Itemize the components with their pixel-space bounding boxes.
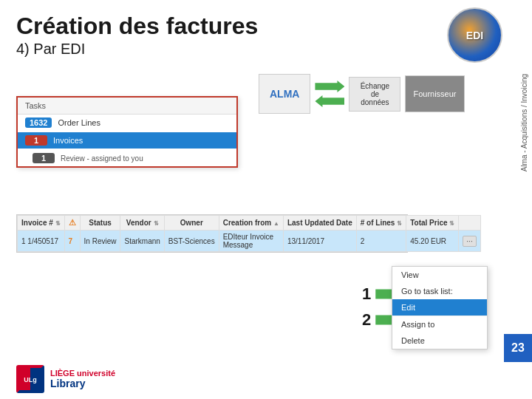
task-label-review: Review - assigned to you (61, 154, 143, 163)
col-owner: Owner (164, 216, 219, 231)
alma-box: ALMA (259, 74, 310, 114)
cell-warning: 7 (64, 231, 80, 252)
fournisseur-box: Fournisseur (405, 75, 464, 112)
cell-total-price: 45.20 EUR (406, 231, 459, 252)
arrow-right-icon (315, 81, 344, 92)
task-order-lines[interactable]: 1632 Order Lines (18, 115, 236, 131)
arrow-left-icon (315, 95, 344, 107)
logo-library: Library (50, 378, 115, 389)
cell-lines: 2 (356, 231, 406, 252)
ctx-goto-task[interactable]: Go to task list: (392, 283, 487, 299)
cell-status: In Review (80, 231, 120, 252)
page-number: 23 (511, 341, 525, 355)
cell-vendor: Starkmann (120, 231, 164, 252)
task-label-order-lines: Order Lines (58, 118, 100, 127)
edi-diagram: ALMA Échangededonnées Fournisseur (259, 74, 465, 114)
cell-invoice-num: 1 1/450517 (18, 231, 65, 252)
col-total-price[interactable]: Total Price ⇅ (406, 216, 459, 231)
svg-text:ULg: ULg (24, 376, 37, 383)
callout-num-1: 1 (362, 284, 371, 304)
task-review[interactable]: 1 Review - assigned to you (18, 150, 236, 166)
col-lines[interactable]: # of Lines ⇅ (356, 216, 406, 231)
more-button[interactable]: ··· (463, 236, 476, 247)
title-sub: 4) Par EDI (16, 41, 258, 58)
task-invoices[interactable]: 1 Invoices (18, 132, 236, 149)
col-creation[interactable]: Creation from ▲ (219, 216, 283, 231)
ctx-edit[interactable]: Edit (392, 299, 487, 316)
task-badge-invoices: 1 (25, 135, 47, 146)
col-vendor[interactable]: Vendor ⇅ (120, 216, 164, 231)
edi-logo: EDI (447, 7, 502, 63)
arrows-col (315, 81, 344, 107)
task-label-invoices: Invoices (53, 136, 83, 145)
cell-owner: BST-Sciences (164, 231, 219, 252)
page-badge: 23 (504, 334, 532, 362)
task-badge-order-lines: 1632 (25, 117, 52, 128)
tasks-panel: Tasks 1632 Order Lines 1 Invoices 1 Revi… (16, 96, 238, 168)
task-badge-review: 1 (33, 153, 55, 163)
invoice-table: Invoice # ⇅ ⚠ Status Vendor ⇅ Owner Crea… (17, 215, 481, 252)
title-main: Création des factures (16, 13, 258, 39)
context-menu: View Go to task list: Edit Assign to Del… (392, 266, 488, 349)
cell-creation: EDIteur InvoiceMessage (219, 231, 283, 252)
ctx-view[interactable]: View (392, 267, 487, 283)
cell-last-updated: 13/11/2017 (283, 231, 356, 252)
col-last-updated[interactable]: Last Updated Date (283, 216, 356, 231)
callout-num-2: 2 (362, 310, 371, 330)
col-status[interactable]: Status (80, 216, 120, 231)
ctx-assign[interactable]: Assign to (392, 316, 487, 332)
col-warning: ⚠ (64, 216, 80, 231)
logo-icon: ULg (16, 365, 44, 393)
ctx-delete[interactable]: Delete (392, 332, 487, 349)
col-invoice-num[interactable]: Invoice # ⇅ (18, 216, 65, 231)
invoice-table-wrapper: Invoice # ⇅ ⚠ Status Vendor ⇅ Owner Crea… (16, 214, 408, 253)
echange-box: Échangededonnées (349, 77, 400, 112)
logo-university: LIÈGE université (50, 369, 115, 378)
col-actions (459, 216, 480, 231)
title-area: Création des factures 4) Par EDI (16, 13, 258, 58)
table-row[interactable]: 1 1/450517 7 In Review Starkmann BST-Sci… (18, 231, 481, 252)
logo-text-group: LIÈGE université Library (50, 369, 115, 389)
side-label: Alma - Acquisitions / Invoicing (520, 74, 528, 171)
tasks-header: Tasks (18, 98, 236, 115)
liege-logo: ULg LIÈGE université Library (16, 365, 115, 393)
cell-more[interactable]: ··· (459, 231, 480, 252)
slide: Création des factures 4) Par EDI EDI Alm… (0, 0, 532, 399)
